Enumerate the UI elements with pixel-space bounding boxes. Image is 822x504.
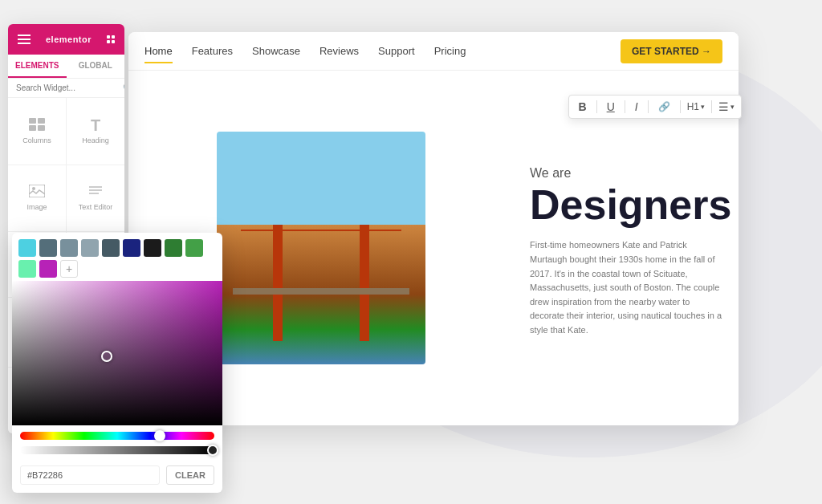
- hamburger-menu-icon[interactable]: [18, 35, 31, 44]
- color-picker-panel: + CLEAR: [12, 233, 222, 493]
- color-gradient-picker[interactable]: [12, 281, 222, 425]
- swatch-dark-green[interactable]: [165, 239, 182, 257]
- hero-we-are: We are: [530, 166, 722, 181]
- sidebar-header: elementor: [8, 24, 124, 55]
- svg-point-5: [32, 187, 35, 190]
- image-widget-icon: [29, 185, 45, 200]
- hex-color-input[interactable]: [20, 465, 160, 485]
- browser-nav: Home Features Showcase Reviews Support P…: [128, 32, 739, 71]
- bridge-tower-right: [360, 225, 369, 341]
- grid-menu-icon[interactable]: [107, 35, 115, 43]
- search-icon: 🔍: [123, 83, 124, 92]
- add-swatch-button[interactable]: +: [60, 260, 78, 278]
- search-input[interactable]: [16, 83, 118, 92]
- swatch-light-green[interactable]: [18, 260, 36, 278]
- heading-label: Heading: [82, 136, 109, 144]
- nav-features[interactable]: Features: [192, 42, 233, 60]
- list-dropdown[interactable]: ☰ ▾: [718, 100, 735, 113]
- italic-button[interactable]: I: [632, 99, 641, 115]
- opacity-slider[interactable]: [20, 446, 214, 454]
- elementor-logo: elementor: [46, 35, 92, 44]
- toolbar-divider-5: [711, 100, 712, 113]
- color-cursor: [101, 351, 112, 362]
- svg-rect-1: [38, 118, 45, 124]
- bold-button[interactable]: B: [576, 99, 590, 115]
- hero-description: First-time homeowners Kate and Patrick M…: [530, 238, 722, 337]
- heading-chevron-icon: ▾: [701, 103, 705, 111]
- cta-button[interactable]: GET STARTED →: [621, 39, 722, 63]
- widget-image[interactable]: Image: [8, 165, 66, 231]
- toolbar-divider-4: [680, 100, 681, 113]
- swatch-dark-grey[interactable]: [102, 239, 120, 257]
- swatch-navy[interactable]: [123, 239, 140, 257]
- nav-home[interactable]: Home: [144, 42, 173, 60]
- underline-button[interactable]: U: [604, 99, 618, 115]
- toolbar-divider-3: [648, 100, 649, 113]
- hero-title: Designers: [530, 184, 722, 226]
- text-editor-icon: [87, 185, 104, 200]
- swatch-grey[interactable]: [60, 239, 78, 257]
- columns-label: Columns: [22, 136, 51, 144]
- swatch-blue-grey[interactable]: [39, 239, 57, 257]
- toolbar-divider-2: [625, 100, 625, 113]
- hero-text-area: We are Designers First-time homeowners K…: [514, 71, 739, 425]
- hue-thumb: [154, 430, 165, 441]
- nav-showcase[interactable]: Showcase: [252, 42, 300, 60]
- widget-text-editor[interactable]: Text Editor: [67, 165, 124, 231]
- sidebar-tabs: ELEMENTS GLOBAL: [8, 55, 124, 79]
- bridge-road: [233, 288, 409, 295]
- svg-rect-2: [29, 125, 36, 131]
- swatch-cyan[interactable]: [18, 239, 36, 257]
- widget-columns[interactable]: Columns: [8, 98, 66, 165]
- golden-gate-image: [217, 132, 425, 364]
- link-button[interactable]: 🔗: [655, 100, 673, 114]
- widget-heading[interactable]: T Heading: [67, 98, 124, 165]
- heading-widget-icon: T: [91, 117, 100, 133]
- text-format-toolbar: B U I 🔗 H1 ▾ ☰ ▾: [568, 95, 742, 119]
- heading-dropdown[interactable]: H1 ▾: [687, 101, 705, 112]
- svg-rect-4: [29, 185, 45, 197]
- opacity-slider-container: [12, 443, 222, 461]
- nav-reviews[interactable]: Reviews: [319, 42, 359, 60]
- swatch-purple[interactable]: [39, 260, 57, 278]
- image-label: Image: [26, 203, 47, 211]
- heading-label: H1: [687, 101, 699, 112]
- color-hex-row: CLEAR: [12, 461, 222, 493]
- text-editor-label: Text Editor: [79, 203, 113, 211]
- toolbar-divider-1: [596, 100, 597, 113]
- widget-search-box: 🔍: [8, 79, 124, 98]
- svg-rect-3: [38, 125, 45, 131]
- bridge-cable: [241, 230, 401, 231]
- swatch-black[interactable]: [144, 239, 161, 257]
- columns-icon: [29, 118, 45, 133]
- color-swatches-row: +: [12, 233, 222, 281]
- list-chevron-icon: ▾: [730, 103, 735, 111]
- tab-global[interactable]: GLOBAL: [67, 55, 125, 78]
- tab-elements[interactable]: ELEMENTS: [8, 55, 67, 78]
- swatch-light-grey[interactable]: [81, 239, 99, 257]
- hue-slider[interactable]: [20, 432, 214, 440]
- nav-pricing[interactable]: Pricing: [434, 42, 466, 60]
- nav-support[interactable]: Support: [378, 42, 415, 60]
- svg-rect-0: [29, 118, 36, 124]
- opacity-thumb: [207, 445, 218, 456]
- hue-slider-container: [12, 425, 222, 443]
- clear-color-button[interactable]: CLEAR: [166, 465, 214, 485]
- list-icon: ☰: [718, 100, 729, 113]
- bridge-tower-left: [273, 225, 283, 341]
- swatch-green[interactable]: [185, 239, 203, 257]
